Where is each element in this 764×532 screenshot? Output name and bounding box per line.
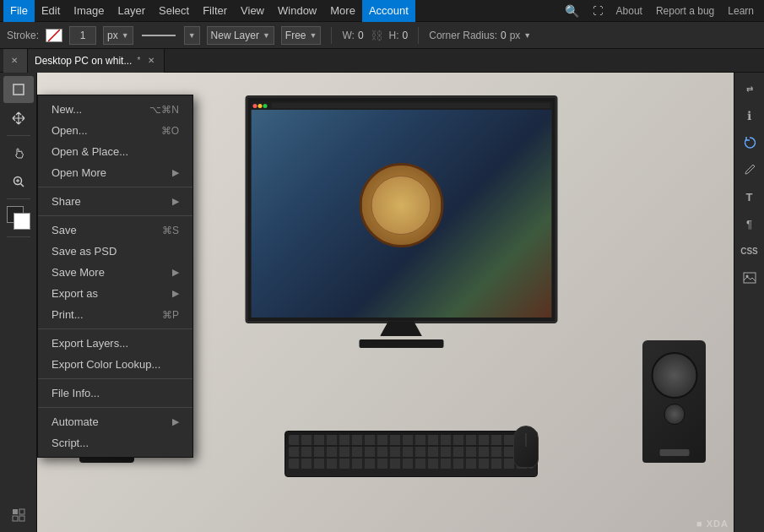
keyboard-row-2 — [289, 447, 534, 457]
tab-1-close[interactable]: ✕ — [8, 55, 20, 67]
stroke-unit-label: px — [107, 30, 118, 41]
menu-item-about[interactable]: About — [610, 0, 649, 22]
menu-export-layers[interactable]: Export Layers... — [38, 333, 192, 354]
toolbar-sep-1 — [331, 27, 332, 44]
menu-export-layers-label: Export Layers... — [51, 337, 128, 350]
menu-save-psd[interactable]: Save as PSD — [38, 241, 192, 262]
menu-save-more[interactable]: Save More ▶ — [38, 262, 192, 283]
stroke-color-box[interactable] — [46, 29, 62, 42]
menu-open[interactable]: Open... ⌘O — [38, 120, 192, 141]
stroke-line-dropdown[interactable]: ▼ — [184, 26, 200, 45]
nested-app-bar — [251, 101, 551, 110]
menu-new[interactable]: New... ⌥⌘N — [38, 99, 192, 120]
menu-file-info-label: File Info... — [51, 387, 100, 399]
menu-share[interactable]: Share ▶ — [38, 191, 192, 212]
w-label: W: — [342, 30, 354, 41]
right-panel-image[interactable] — [737, 265, 762, 290]
left-toolbar — [0, 73, 37, 532]
menu-open-more-label: Open More — [51, 166, 106, 179]
menu-save-more-arrow: ▶ — [172, 267, 179, 278]
menu-item-learn[interactable]: Learn — [721, 0, 761, 22]
layer-dropdown[interactable]: New Layer ▼ — [207, 26, 274, 45]
right-panel-info[interactable]: ℹ — [737, 103, 762, 128]
menu-item-account[interactable]: Account — [362, 0, 415, 22]
right-panel-text[interactable]: T — [737, 184, 762, 209]
mouse — [513, 426, 539, 468]
zoom-tool[interactable] — [3, 168, 34, 195]
blend-mode-label: Free — [285, 30, 306, 41]
blend-mode-dropdown[interactable]: Free ▼ — [281, 26, 322, 45]
svg-rect-6 — [13, 509, 18, 514]
right-panel-expand[interactable]: ⇄ — [737, 76, 762, 101]
menu-open-label: Open... — [51, 124, 88, 137]
extra-tool-1[interactable] — [3, 502, 34, 529]
toolbar: Stroke: px ▼ ▼ New Layer ▼ Free ▼ W: 0 ⛓… — [0, 22, 764, 49]
hand-tool[interactable] — [3, 139, 34, 166]
rectangle-tool[interactable] — [3, 76, 34, 103]
svg-rect-1 — [14, 84, 24, 95]
stroke-value-input[interactable] — [69, 26, 96, 45]
menu-item-image[interactable]: Image — [67, 0, 111, 22]
menu-open-more[interactable]: Open More ▶ — [38, 162, 192, 183]
right-panel-history[interactable] — [737, 130, 762, 155]
svg-rect-10 — [744, 273, 756, 283]
nested-close-dot — [252, 104, 257, 108]
tab-1-x[interactable]: ✕ — [145, 55, 157, 67]
menu-sep-5 — [38, 407, 192, 408]
menu-item-view[interactable]: View — [234, 0, 271, 22]
menu-automate[interactable]: Automate ▶ — [38, 411, 192, 432]
menu-item-file[interactable]: File — [3, 0, 35, 22]
search-icon[interactable]: 🔍 — [558, 0, 586, 22]
right-panel-css[interactable]: CSS — [737, 238, 762, 263]
right-panel: ⇄ ℹ T ¶ CSS — [734, 73, 764, 532]
blend-mode-arrow: ▼ — [310, 31, 317, 40]
keyboard-row-1 — [289, 435, 534, 445]
nested-max-dot — [263, 104, 267, 108]
stroke-unit-dropdown[interactable]: px ▼ — [103, 26, 133, 45]
menu-open-place-label: Open & Place... — [51, 145, 128, 158]
monitor-stand-base — [359, 339, 443, 348]
menu-item-report-bug[interactable]: Report a bug — [649, 0, 721, 22]
menu-item-edit[interactable]: Edit — [35, 0, 67, 22]
stroke-label: Stroke: — [7, 30, 39, 41]
background-color[interactable] — [14, 213, 30, 230]
svg-line-0 — [48, 30, 60, 41]
menu-open-shortcut: ⌘O — [161, 125, 179, 137]
menu-item-layer[interactable]: Layer — [111, 0, 153, 22]
corner-unit-label: px — [510, 30, 521, 41]
menu-new-label: New... — [51, 103, 82, 116]
menu-file-info[interactable]: File Info... — [38, 383, 192, 404]
menu-save-shortcut: ⌘S — [162, 225, 179, 236]
menu-print[interactable]: Print... ⌘P — [38, 304, 192, 325]
menu-export-as[interactable]: Export as ▶ — [38, 283, 192, 304]
move-tool[interactable] — [3, 105, 34, 132]
menu-open-place[interactable]: Open & Place... — [38, 141, 192, 162]
corner-dropdown-arrow[interactable]: ▼ — [523, 31, 531, 40]
right-panel-paragraph[interactable]: ¶ — [737, 211, 762, 236]
width-group: W: 0 — [342, 30, 363, 41]
menu-script[interactable]: Script... — [38, 432, 192, 453]
tab-1[interactable]: Desktop PC on whit... * ✕ — [28, 49, 165, 73]
canvas-area: ■ XDA New... ⌥⌘N Open... ⌘O Open & Place… — [37, 73, 734, 532]
fullscreen-icon[interactable]: ⛶ — [586, 0, 610, 22]
right-panel-brush[interactable] — [737, 157, 762, 182]
menu-item-more[interactable]: More — [323, 0, 362, 22]
tab-1-modified: * — [137, 56, 140, 65]
tab-1-label: Desktop PC on whit... — [35, 55, 132, 67]
menu-script-label: Script... — [51, 437, 89, 449]
menu-save[interactable]: Save ⌘S — [38, 220, 192, 241]
tool-sep-2 — [7, 198, 30, 199]
monitor-stand — [380, 321, 422, 336]
nested-canvas — [251, 110, 551, 318]
speaker-right — [642, 340, 706, 463]
stroke-line-preview — [142, 35, 176, 36]
menu-automate-arrow: ▶ — [172, 416, 179, 427]
tool-sep-1 — [7, 135, 30, 136]
menu-item-select[interactable]: Select — [152, 0, 196, 22]
color-swatches[interactable] — [7, 206, 30, 230]
keyboard-keys — [289, 435, 534, 473]
menu-item-filter[interactable]: Filter — [196, 0, 234, 22]
menu-export-color[interactable]: Export Color Lookup... — [38, 354, 192, 375]
menu-item-window[interactable]: Window — [271, 0, 323, 22]
menu-share-arrow: ▶ — [172, 196, 179, 207]
